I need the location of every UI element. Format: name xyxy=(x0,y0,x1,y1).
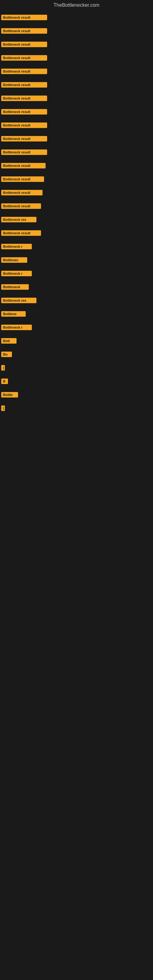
list-item: | xyxy=(1,365,152,371)
list-item: Bottleneck result xyxy=(1,68,152,74)
list-item: Bo xyxy=(1,352,152,357)
list-item: Bottleneck result xyxy=(1,82,152,88)
bottleneck-badge: Bottlene xyxy=(1,311,26,317)
bottleneck-badge: Bottleneck res xyxy=(1,217,37,222)
bottleneck-badge: Bottleneck r xyxy=(1,244,32,249)
list-item: Bottleneck result xyxy=(1,136,152,142)
bottleneck-badge: Bo xyxy=(1,352,12,357)
bottleneck-badge: Bottleneck res xyxy=(1,298,37,303)
bottleneck-badge: Bottleneck result xyxy=(1,190,43,196)
bottleneck-badge: Bottleneck result xyxy=(1,230,41,236)
bottleneck-badge: B xyxy=(1,379,8,384)
bottleneck-badge: Bottleneck r xyxy=(1,325,32,330)
bottleneck-badge: Bottleneck result xyxy=(1,55,47,60)
list-item: Bottlene xyxy=(1,311,152,317)
bottleneck-badge: Bottleneck result xyxy=(1,163,46,169)
list-item: Bottleneck r xyxy=(1,244,152,249)
bottleneck-badge: Bottleneck result xyxy=(1,150,47,155)
bottleneck-badge: | xyxy=(1,406,5,411)
bottleneck-badge: Bottleneck result xyxy=(1,123,47,128)
list-item: Bottleneck result xyxy=(1,15,152,20)
bottleneck-badge: Bottleneck result xyxy=(1,204,41,209)
list-item: Bottleneck result xyxy=(1,28,152,34)
list-item: B xyxy=(1,379,152,384)
site-title: TheBottlenecker.com xyxy=(0,0,153,9)
list-item: Bottleneck result xyxy=(1,177,152,182)
bottleneck-badge: Bottleneck result xyxy=(1,136,47,142)
bottleneck-badge: Bottleneck result xyxy=(1,177,44,182)
bottleneck-badge: Bottleneck result xyxy=(1,41,47,47)
bottleneck-badge: Bottleneck r xyxy=(1,271,32,276)
list-item: Bottleneck xyxy=(1,284,152,290)
list-item: Bottleneck res xyxy=(1,217,152,222)
list-item: Bottleneck result xyxy=(1,230,152,236)
bottleneck-badge: Bottlenec xyxy=(1,257,27,263)
list-item: Bottleneck result xyxy=(1,163,152,169)
bottleneck-badge: Bottle xyxy=(1,392,18,398)
bottleneck-badge: Bottleneck result xyxy=(1,82,47,88)
list-item: Bottleneck res xyxy=(1,298,152,303)
list-item: Bottleneck result xyxy=(1,190,152,196)
list-item: Bottleneck r xyxy=(1,271,152,276)
bottleneck-badge: Bott xyxy=(1,338,16,344)
bottleneck-badge: | xyxy=(1,365,5,371)
bottleneck-badge: Bottleneck result xyxy=(1,15,47,20)
list-item: Bottle xyxy=(1,392,152,398)
bottleneck-badge: Bottleneck result xyxy=(1,68,47,74)
list-item: Bottleneck r xyxy=(1,325,152,330)
list-item: Bottleneck result xyxy=(1,150,152,155)
bottleneck-badge: Bottleneck xyxy=(1,284,29,290)
list-item: Bottlenec xyxy=(1,257,152,263)
bottleneck-badge: Bottleneck result xyxy=(1,28,47,34)
list-item: Bottleneck result xyxy=(1,41,152,47)
list-item: Bottleneck result xyxy=(1,95,152,101)
list-item: | xyxy=(1,406,152,411)
bottleneck-badge: Bottleneck result xyxy=(1,95,47,101)
list-item: Bottleneck result xyxy=(1,109,152,115)
list-item: Bottleneck result xyxy=(1,204,152,209)
list-item: Bott xyxy=(1,338,152,344)
bottleneck-badge: Bottleneck result xyxy=(1,109,47,115)
list-item: Bottleneck result xyxy=(1,123,152,128)
list-item: Bottleneck result xyxy=(1,55,152,60)
